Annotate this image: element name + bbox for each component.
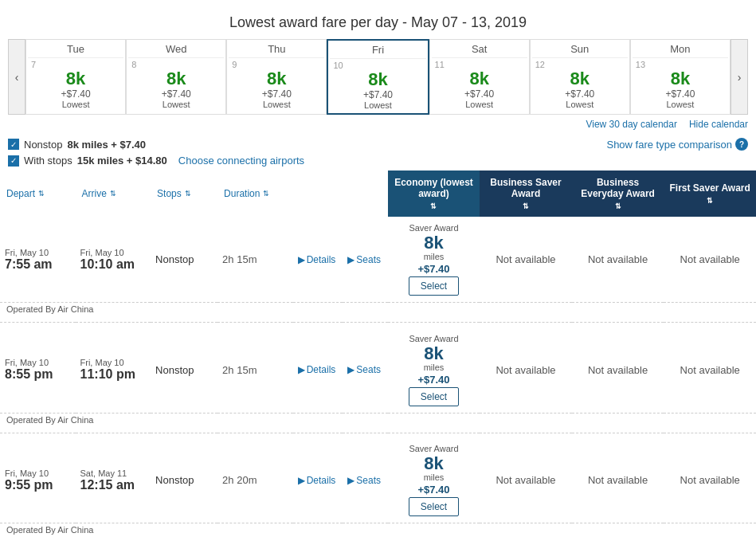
info-icon[interactable]: ?: [735, 138, 748, 151]
duration-cell: 2h 15m: [217, 217, 293, 303]
with-stops-label: With stops: [24, 155, 72, 167]
seats-link[interactable]: ▶ Seats: [347, 475, 382, 486]
prev-arrow[interactable]: ‹: [8, 39, 25, 115]
first-saver-sort-arrows[interactable]: ⇅: [668, 197, 751, 205]
th-duration: Duration ⇅: [217, 171, 293, 217]
th-spacer: [293, 171, 343, 217]
operated-by: Operated By Air China: [0, 303, 388, 323]
duration-value: 2h 15m: [222, 364, 257, 376]
cal-day-name: Thu: [229, 43, 324, 58]
seats-arrow: ▶: [347, 475, 354, 486]
cal-day-mon[interactable]: Mon 13 8k +$7.40 Lowest: [630, 39, 731, 115]
seats-cell: ▶ Seats: [343, 327, 387, 414]
biz-saver-cell: Not available: [480, 327, 572, 414]
award-type-label: Saver Award: [393, 334, 476, 343]
arrive-date: Fri, May 10: [80, 248, 147, 257]
arrive-time: 12:15 am: [80, 478, 147, 492]
details-link[interactable]: ▶ Details: [298, 254, 339, 265]
cal-day-sat[interactable]: Sat 11 8k +$7.40 Lowest: [429, 39, 530, 115]
arrive-cell: Sat, May 11 12:15 am: [76, 437, 151, 523]
with-stops-checkbox[interactable]: [8, 155, 19, 167]
cal-fee: +$7.40: [532, 88, 628, 100]
cal-day-name: Fri: [330, 44, 425, 59]
details-cell: ▶ Details: [293, 217, 343, 303]
cal-day-thu[interactable]: Thu 9 8k +$7.40 Lowest: [226, 39, 327, 115]
seats-arrow: ▶: [347, 364, 354, 375]
sort-depart[interactable]: Depart ⇅: [6, 188, 69, 199]
cal-label: Lowest: [432, 100, 527, 109]
hide-calendar-link[interactable]: Hide calendar: [689, 119, 748, 130]
operated-by: Operated By Air China: [0, 523, 388, 537]
cal-fee: +$7.40: [432, 88, 527, 100]
th-first-saver: First Saver Award ⇅: [664, 171, 756, 217]
depart-time: 7:55 am: [5, 257, 71, 272]
fare-miles: 8k: [393, 234, 476, 252]
depart-date: Fri, May 10: [5, 468, 71, 478]
depart-cell: Fri, May 10 8:55 pm: [0, 327, 76, 414]
select-button[interactable]: Select: [409, 276, 459, 296]
duration-cell: 2h 15m: [217, 327, 293, 414]
view-30-day-link[interactable]: View 30 day calendar: [586, 119, 677, 130]
cal-day-name: Sun: [532, 43, 628, 58]
seats-cell: ▶ Seats: [343, 217, 387, 303]
depart-cell: Fri, May 10 7:55 am: [0, 217, 76, 303]
first-saver-cell: Not available: [664, 437, 756, 523]
economy-fare-cell: Saver Award 8k miles +$7.40 Select: [388, 437, 480, 523]
sort-duration[interactable]: Duration ⇅: [224, 188, 287, 199]
fare-comparison-link[interactable]: Show fare type comparison: [606, 139, 732, 151]
cal-miles: 8k: [330, 70, 425, 89]
cal-miles: 8k: [633, 69, 728, 88]
cal-day-name: Tue: [28, 43, 123, 58]
seats-link[interactable]: ▶ Seats: [347, 364, 382, 375]
operated-row: Operated By Air China: [0, 303, 756, 323]
biz-everyday-sort-arrows[interactable]: ⇅: [577, 202, 660, 210]
calendar-title: Lowest award fare per day - May 07 - 13,…: [8, 8, 748, 39]
table-row: Fri, May 10 9:55 pm Sat, May 11 12:15 am…: [0, 437, 756, 523]
stops-value: Nonstop: [155, 253, 194, 265]
sort-arrive[interactable]: Arrive ⇅: [82, 188, 145, 199]
cal-day-name: Wed: [128, 43, 224, 58]
sort-duration-icon: ⇅: [263, 190, 269, 198]
stops-cell: Nonstop: [151, 437, 217, 523]
arrive-cell: Fri, May 10 10:10 am: [76, 217, 151, 303]
biz-saver-sort-arrows[interactable]: ⇅: [484, 202, 567, 210]
details-link[interactable]: ▶ Details: [298, 475, 339, 486]
nonstop-checkbox[interactable]: [8, 139, 19, 150]
next-arrow[interactable]: ›: [731, 39, 748, 115]
cal-day-fri[interactable]: Fri 10 8k +$7.40 Lowest: [327, 39, 429, 115]
th-stops: Stops ⇅: [151, 171, 217, 217]
fare-fee: +$7.40: [393, 263, 476, 275]
connecting-airports-link[interactable]: Choose connecting airports: [178, 155, 304, 167]
cal-day-tue[interactable]: Tue 7 8k +$7.40 Lowest: [25, 39, 126, 115]
biz-saver-cell: Not available: [480, 437, 572, 523]
calendar-section: Lowest award fare per day - May 07 - 13,…: [0, 8, 756, 134]
select-button[interactable]: Select: [409, 387, 459, 406]
details-link[interactable]: ▶ Details: [298, 364, 339, 375]
th-depart: Depart ⇅: [0, 171, 76, 217]
cal-label: Lowest: [330, 100, 425, 110]
fare-miles: 8k: [393, 345, 476, 363]
operated-row: Operated By Air China: [0, 523, 756, 537]
stops-cell: Nonstop: [151, 217, 217, 303]
duration-value: 2h 15m: [222, 253, 257, 265]
fare-miles-unit: miles: [393, 363, 476, 372]
cal-fee: +$7.40: [229, 88, 324, 100]
cal-miles: 8k: [229, 69, 324, 88]
cal-day-wed[interactable]: Wed 8 8k +$7.40 Lowest: [126, 39, 226, 115]
details-arrow: ▶: [298, 475, 305, 486]
cal-day-sun[interactable]: Sun 12 8k +$7.40 Lowest: [530, 39, 630, 115]
seats-link[interactable]: ▶ Seats: [347, 254, 382, 265]
cal-label: Lowest: [128, 100, 224, 109]
operated-spacer: [388, 413, 756, 433]
select-button[interactable]: Select: [409, 497, 459, 516]
operated-row: Operated By Air China: [0, 413, 756, 433]
economy-sort-arrows[interactable]: ⇅: [393, 202, 476, 210]
duration-cell: 2h 20m: [217, 437, 293, 523]
cal-day-name: Mon: [633, 43, 728, 58]
cal-miles: 8k: [28, 69, 123, 88]
first-saver-cell: Not available: [664, 327, 756, 414]
sort-stops[interactable]: Stops ⇅: [157, 188, 211, 199]
stops-value: Nonstop: [155, 364, 194, 376]
award-type-label: Saver Award: [393, 444, 476, 453]
nonstop-miles: 8k miles + $7.40: [67, 139, 146, 151]
